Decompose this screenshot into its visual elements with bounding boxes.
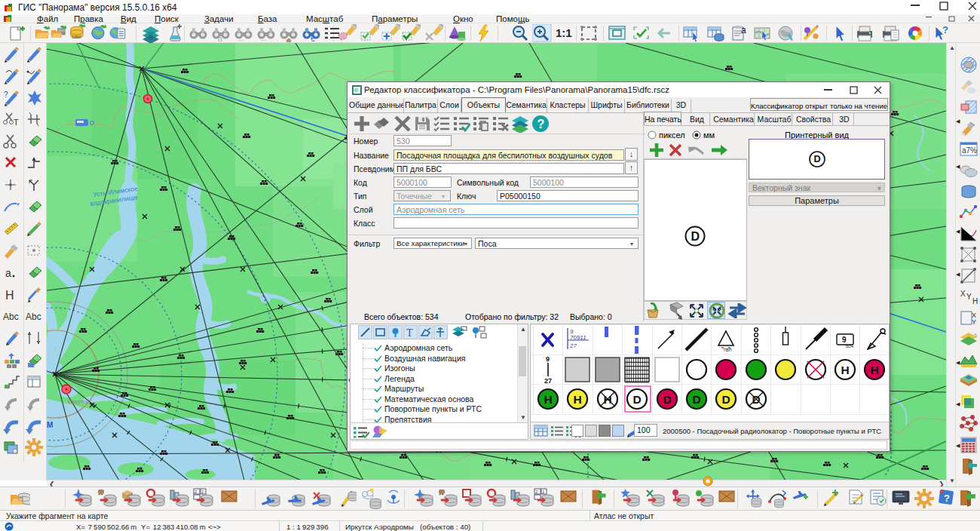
svg-text:a: a [218, 34, 223, 42]
svg-text:9: 9 [546, 355, 550, 363]
svg-text:H: H [841, 363, 850, 376]
svg-text:H: H [871, 363, 879, 376]
svg-text:T: T [14, 118, 19, 127]
svg-text:...: ... [261, 35, 267, 42]
svg-text:504: 504 [846, 344, 854, 348]
svg-text:H: H [603, 393, 611, 406]
svg-text:70911: 70911 [570, 334, 586, 341]
svg-text:D: D [663, 393, 671, 406]
svg-text:D: D [722, 393, 730, 406]
svg-text:?: ? [942, 24, 948, 35]
svg-text:D: D [633, 393, 642, 406]
svg-text:€: € [311, 35, 315, 42]
svg-text:1:1: 1:1 [556, 26, 572, 39]
svg-text:9: 9 [842, 336, 847, 344]
svg-text:a: a [5, 267, 11, 279]
svg-text:27: 27 [569, 342, 577, 349]
svg-text:Иркутск: Иркутск [68, 398, 89, 405]
svg-text:27: 27 [544, 377, 552, 384]
svg-text:?: ? [537, 118, 545, 130]
svg-text:X: X [960, 290, 966, 298]
svg-text:H: H [574, 393, 582, 406]
svg-text:Abc: Abc [26, 312, 41, 322]
svg-text:ПВП: ПВП [724, 348, 732, 352]
svg-text:D: D [752, 393, 760, 406]
svg-text:Abc: Abc [3, 312, 19, 322]
svg-text:a: a [741, 25, 746, 35]
svg-text:DBM: DBM [72, 35, 81, 39]
svg-text:?: ? [4, 91, 8, 99]
svg-text:T: T [406, 327, 413, 339]
svg-text:D: D [693, 393, 701, 406]
svg-text:...: ... [238, 35, 244, 42]
svg-text:D: D [691, 230, 700, 243]
svg-text:Y: Y [966, 293, 972, 301]
svg-text:?: ? [944, 493, 950, 504]
svg-text:H: H [544, 393, 553, 406]
svg-text:Y: Y [972, 318, 976, 326]
svg-text:H: H [972, 297, 978, 305]
svg-text:D: D [814, 153, 821, 164]
svg-text:a7%: a7% [962, 146, 977, 155]
svg-text:М: М [47, 421, 53, 429]
svg-text:H: H [5, 289, 14, 302]
